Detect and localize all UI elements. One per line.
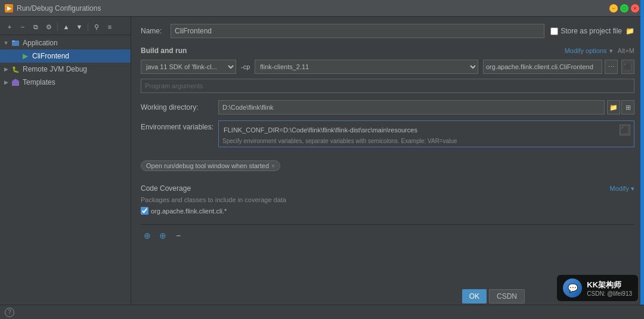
expand-button[interactable]: ⬛ xyxy=(621,60,634,74)
store-project-checkbox[interactable] xyxy=(550,27,558,35)
main-class-input[interactable] xyxy=(483,60,602,74)
working-dir-label: Working directory: xyxy=(141,103,218,112)
build-run-title: Build and run xyxy=(141,47,187,55)
title-bar-controls: − □ × xyxy=(609,4,639,13)
modify-options-arrow: ▾ xyxy=(609,47,613,55)
watermark-avatar-icon: 💬 xyxy=(568,283,578,293)
separator xyxy=(57,23,58,31)
remove-coverage-button[interactable]: − xyxy=(172,230,185,241)
settings-config-button[interactable]: ⚙ xyxy=(43,21,55,32)
status-bar: ? xyxy=(0,305,644,319)
coverage-subtitle: Packages and classes to include in cover… xyxy=(141,196,634,203)
copy-config-button[interactable]: ⧉ xyxy=(30,21,42,32)
move-up-button[interactable]: ▲ xyxy=(60,21,72,32)
separator2 xyxy=(88,23,88,31)
title-bar-left: ▶ Run/Debug Configurations xyxy=(5,4,101,13)
open-tool-window-chip[interactable]: Open run/debug tool window when started … xyxy=(141,160,280,171)
title-bar-text: Run/Debug Configurations xyxy=(17,4,101,13)
env-vars-hint: Specify environment variables, separate … xyxy=(222,138,630,144)
remove-config-button[interactable]: − xyxy=(17,21,29,32)
svg-rect-1 xyxy=(12,41,15,42)
env-expand-button[interactable]: ⬛ xyxy=(620,125,630,135)
close-button[interactable]: × xyxy=(631,4,639,13)
tree-item-templates[interactable]: ▶ Templates xyxy=(0,76,131,89)
watermark-handle: CSDN: @lifei913 xyxy=(587,290,632,297)
coverage-item: org.apache.flink.client.cli.* xyxy=(141,207,634,215)
dialog-footer: OK CSDN xyxy=(462,289,525,303)
templates-icon xyxy=(11,78,20,87)
name-input[interactable] xyxy=(171,24,544,38)
watermark-text: KK架构师 CSDN: @lifei913 xyxy=(587,280,632,297)
debug-config-icon: 🐛 xyxy=(11,64,20,74)
dir-buttons: 📁 ⊞ xyxy=(607,100,634,114)
watermark-badge: 💬 KK架构师 CSDN: @lifei913 xyxy=(557,275,638,301)
ok-button[interactable]: OK xyxy=(462,289,487,303)
tree-item-remote-jvm[interactable]: ▶ 🐛 Remote JVM Debug xyxy=(0,63,131,76)
minimize-button[interactable]: − xyxy=(609,4,618,13)
coverage-item-text: org.apache.flink.client.cli.* xyxy=(151,207,227,215)
build-run-header: Build and run Modify options ▾ Alt+M xyxy=(141,47,634,55)
open-tool-window-row: Open run/debug tool window when started … xyxy=(141,160,634,178)
cancel-button[interactable]: CSDN xyxy=(489,289,525,303)
store-project-row: Store as project file 📁 xyxy=(550,27,634,35)
sdk-select[interactable]: java 11 SDK of 'flink-cl... xyxy=(141,60,236,74)
tree-arrow-remote-jvm: ▶ xyxy=(2,66,10,73)
open-tool-window-label: Open run/debug tool window when started xyxy=(146,162,269,169)
modify-options-container: Modify options ▾ Alt+M xyxy=(565,47,634,55)
content-area: Name: Store as project file 📁 Build and … xyxy=(131,17,644,319)
store-project-label[interactable]: Store as project file xyxy=(550,27,622,35)
tree-label-application: Application xyxy=(23,39,58,47)
class-browse-button[interactable]: ⋯ xyxy=(605,60,618,74)
run-config-icon: ▶ xyxy=(20,51,30,61)
tree-item-application[interactable]: ▼ Application xyxy=(0,36,131,49)
main-layout: + − ⧉ ⚙ ▲ ▼ ⚲ ≡ ▼ Application ▶ ▶ xyxy=(0,17,644,319)
program-args-input[interactable] xyxy=(141,79,634,93)
coverage-item-label[interactable]: org.apache.flink.client.cli.* xyxy=(141,207,227,215)
add-coverage-button2[interactable]: ⊕ xyxy=(156,230,169,241)
tree-label-remote-jvm: Remote JVM Debug xyxy=(23,65,87,73)
working-dir-row: Working directory: 📁 ⊞ xyxy=(141,100,634,114)
sidebar-toolbar: + − ⧉ ⚙ ▲ ▼ ⚲ ≡ xyxy=(0,19,131,35)
tree-arrow-application: ▼ xyxy=(2,39,10,47)
dir-macro-button[interactable]: ⊞ xyxy=(621,100,634,114)
cp-select[interactable]: flink-clients_2.11 xyxy=(255,60,478,74)
filter-button[interactable]: ≡ xyxy=(104,21,116,32)
name-row: Name: Store as project file 📁 xyxy=(141,24,634,38)
sdk-row: java 11 SDK of 'flink-cl... -cp flink-cl… xyxy=(141,60,634,74)
env-vars-input[interactable] xyxy=(222,123,617,137)
cp-flag-label: -cp xyxy=(241,63,250,70)
chip-close-button[interactable]: × xyxy=(271,163,275,169)
application-folder-icon xyxy=(11,38,20,48)
working-dir-input[interactable] xyxy=(218,100,605,114)
shortcut-text: Alt+M xyxy=(618,47,634,54)
watermark-avatar: 💬 xyxy=(563,278,582,298)
blue-accent-bar xyxy=(640,0,644,319)
coverage-title: Code Coverage xyxy=(141,184,191,193)
name-label: Name: xyxy=(141,27,171,35)
store-project-folder-icon: 📁 xyxy=(626,27,634,35)
svg-marker-2 xyxy=(12,79,19,86)
tree-item-clifrontend[interactable]: ▶ ▶ CliFrontend xyxy=(0,49,131,63)
add-config-button[interactable]: + xyxy=(4,21,16,32)
coverage-modify-link[interactable]: Modify ▾ xyxy=(610,185,634,193)
env-vars-container: ⬛ Specify environment variables, separat… xyxy=(218,120,634,147)
coverage-header: Code Coverage Modify ▾ xyxy=(141,184,634,193)
move-down-button[interactable]: ▼ xyxy=(73,21,85,32)
coverage-item-checkbox[interactable] xyxy=(141,207,148,215)
sidebar: + − ⧉ ⚙ ▲ ▼ ⚲ ≡ ▼ Application ▶ ▶ xyxy=(0,17,131,319)
code-coverage-section: Code Coverage Modify ▾ Packages and clas… xyxy=(141,184,634,215)
tree-label-templates: Templates xyxy=(23,78,55,86)
env-vars-input-row: ⬛ xyxy=(222,123,630,137)
env-vars-label: Environment variables: xyxy=(141,120,218,131)
env-vars-container-wrapper: ⬛ Specify environment variables, separat… xyxy=(218,120,634,154)
tree-arrow-templates: ▶ xyxy=(2,79,10,86)
search-button[interactable]: ⚲ xyxy=(91,21,103,32)
modify-options-link[interactable]: Modify options xyxy=(565,47,607,54)
title-bar: ▶ Run/Debug Configurations − □ × xyxy=(0,0,644,17)
maximize-button[interactable]: □ xyxy=(620,4,628,13)
env-vars-row: Environment variables: ⬛ Specify environ… xyxy=(141,120,634,154)
help-icon[interactable]: ? xyxy=(5,308,14,317)
add-coverage-button[interactable]: ⊕ xyxy=(141,230,154,241)
dir-browse-button[interactable]: 📁 xyxy=(607,100,620,114)
watermark-name: KK架构师 xyxy=(587,280,632,290)
